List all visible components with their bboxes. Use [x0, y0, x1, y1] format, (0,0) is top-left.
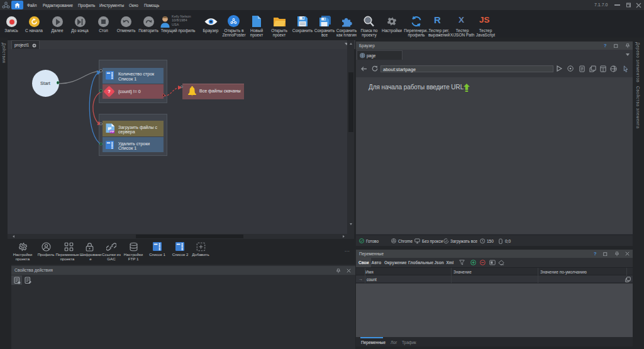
svg-text:FTP: FTP	[110, 131, 114, 133]
